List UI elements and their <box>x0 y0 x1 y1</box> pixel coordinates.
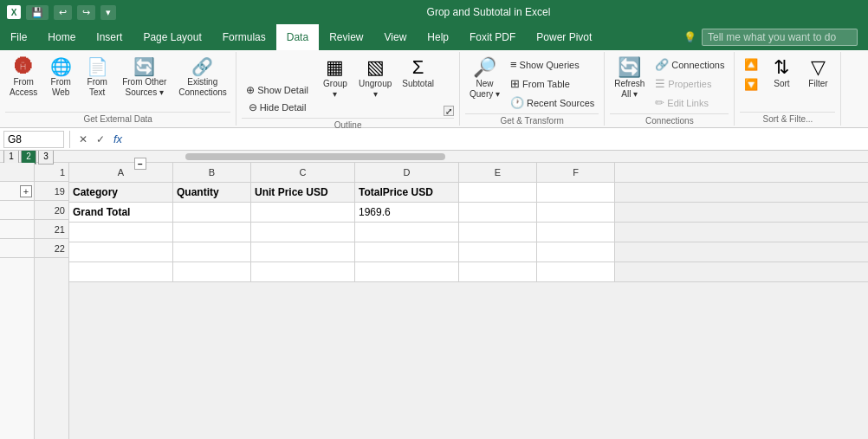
menu-search-area: 💡 <box>673 24 868 50</box>
col-header-d[interactable]: D <box>355 163 459 182</box>
from-text-label: FromText <box>87 77 107 98</box>
cell-d22[interactable] <box>355 262 459 281</box>
filter-button[interactable]: ▽ Filter <box>800 55 835 92</box>
cell-a1[interactable]: Category <box>69 183 173 202</box>
from-access-icon: 🅐 <box>15 58 32 75</box>
cell-b1[interactable]: Quantity <box>173 183 251 202</box>
cell-e19[interactable] <box>459 203 537 222</box>
new-query-icon: 🔎 <box>473 58 496 77</box>
search-input[interactable] <box>702 29 858 46</box>
group-button[interactable]: ▦ Group▾ <box>318 55 353 102</box>
formula-cancel-button[interactable]: ✕ <box>75 132 91 147</box>
properties-button[interactable]: ☰ Properties <box>651 74 729 93</box>
cell-c19[interactable] <box>251 203 355 222</box>
menu-page-layout[interactable]: Page Layout <box>133 24 211 50</box>
sort-za-icon: 🔽 <box>744 78 758 91</box>
col-header-a[interactable]: A <box>69 163 173 182</box>
from-table-button[interactable]: ⊞ From Table <box>506 74 599 93</box>
sort-az-button[interactable]: 🔼 <box>740 55 762 74</box>
cell-f19[interactable] <box>537 203 615 222</box>
outline-expand-icon[interactable]: ⤢ <box>444 106 454 116</box>
cell-a19[interactable]: Grand Total <box>69 203 173 222</box>
horizontal-scrollbar[interactable] <box>185 153 445 160</box>
col-header-c[interactable]: C <box>251 163 355 182</box>
menu-review[interactable]: Review <box>319 24 373 50</box>
formula-confirm-button[interactable]: ✓ <box>93 132 108 147</box>
cell-f21[interactable] <box>537 242 615 261</box>
expand-row-button[interactable]: + <box>20 185 32 197</box>
connections-button[interactable]: 🔗 Connections <box>651 55 729 74</box>
formula-bar: ✕ ✓ fx <box>0 128 868 151</box>
level-3-button[interactable]: 3 <box>38 151 54 165</box>
cell-d19[interactable]: 1969.6 <box>355 203 459 222</box>
formula-fx-button[interactable]: fx <box>110 132 126 147</box>
show-queries-button[interactable]: ≡ Show Queries <box>506 55 599 74</box>
cell-d20[interactable] <box>355 223 459 242</box>
ungroup-button[interactable]: ▧ Ungroup▾ <box>354 55 396 102</box>
cell-c1[interactable]: Unit Price USD <box>251 183 355 202</box>
row-num-20: 20 <box>35 201 68 220</box>
cell-b22[interactable] <box>173 262 251 281</box>
menu-view[interactable]: View <box>374 24 418 50</box>
menu-data[interactable]: Data <box>276 24 319 50</box>
from-web-button[interactable]: 🌐 FromWeb <box>43 55 78 100</box>
cell-f20[interactable] <box>537 223 615 242</box>
existing-connections-button[interactable]: 🔗 Existing Connections <box>174 55 230 100</box>
redo-button[interactable]: ↪ <box>77 5 95 20</box>
sort-az-za-area: 🔼 🔽 <box>740 55 762 94</box>
collapse-outline-button[interactable]: − <box>134 158 146 170</box>
menu-power-pivot[interactable]: Power Pivot <box>526 24 602 50</box>
cell-d21[interactable] <box>355 242 459 261</box>
cell-e20[interactable] <box>459 223 537 242</box>
formula-input[interactable] <box>129 133 865 145</box>
col-header-b[interactable]: B <box>173 163 251 182</box>
cell-e21[interactable] <box>459 242 537 261</box>
sort-button[interactable]: ⇅ Sort <box>764 55 799 92</box>
menu-insert[interactable]: Insert <box>86 24 133 50</box>
from-access-button[interactable]: 🅐 FromAccess <box>5 55 42 100</box>
quick-access-dropdown[interactable]: ▾ <box>100 5 116 20</box>
cell-a21[interactable] <box>69 242 173 261</box>
recent-sources-button[interactable]: 🕐 Recent Sources <box>506 94 599 112</box>
menu-foxit[interactable]: Foxit PDF <box>459 24 526 50</box>
sort-filter-label: Sort & Filte... <box>740 112 835 124</box>
cell-d1[interactable]: TotalPrice USD <box>355 183 459 202</box>
menu-home[interactable]: Home <box>37 24 86 50</box>
hide-detail-button[interactable]: ⊖ Hide Detail <box>244 99 311 116</box>
col-header-f[interactable]: F <box>537 163 615 182</box>
show-detail-button[interactable]: ⊕ Show Detail <box>242 81 313 99</box>
from-text-icon: 📄 <box>87 58 108 75</box>
cell-b19[interactable] <box>173 203 251 222</box>
filter-icon: ▽ <box>811 58 826 77</box>
refresh-all-button[interactable]: 🔄 RefreshAll ▾ <box>610 55 649 102</box>
cell-f1[interactable] <box>537 183 615 202</box>
cell-b20[interactable] <box>173 223 251 242</box>
cell-c22[interactable] <box>251 262 355 281</box>
group-icon: ▦ <box>326 58 344 77</box>
table-row <box>69 262 868 282</box>
col-header-e[interactable]: E <box>459 163 537 182</box>
cell-c21[interactable] <box>251 242 355 261</box>
undo-button[interactable]: ↩ <box>54 5 72 20</box>
cell-c20[interactable] <box>251 223 355 242</box>
cell-f22[interactable] <box>537 262 615 281</box>
from-text-button[interactable]: 📄 FromText <box>80 55 114 100</box>
cell-e1[interactable] <box>459 183 537 202</box>
edit-links-button[interactable]: ✏ Edit Links <box>651 94 729 112</box>
cell-a20[interactable] <box>69 223 173 242</box>
menu-formulas[interactable]: Formulas <box>212 24 276 50</box>
cell-b21[interactable] <box>173 242 251 261</box>
from-other-sources-button[interactable]: 🔄 From Other Sources ▾ <box>116 55 172 100</box>
save-button[interactable]: 💾 <box>26 5 49 20</box>
outline-label: Outline <box>242 118 454 130</box>
from-table-label: From Table <box>522 79 570 89</box>
subtotal-button[interactable]: Σ Subtotal <box>398 55 438 92</box>
cell-e22[interactable] <box>459 262 537 281</box>
cell-reference-input[interactable] <box>3 131 64 148</box>
new-query-button[interactable]: 🔎 NewQuery ▾ <box>465 55 504 102</box>
from-web-icon: 🌐 <box>50 58 72 75</box>
menu-file[interactable]: File <box>0 24 37 50</box>
cell-a22[interactable] <box>69 262 173 281</box>
menu-help[interactable]: Help <box>417 24 459 50</box>
sort-za-button[interactable]: 🔽 <box>740 75 762 94</box>
